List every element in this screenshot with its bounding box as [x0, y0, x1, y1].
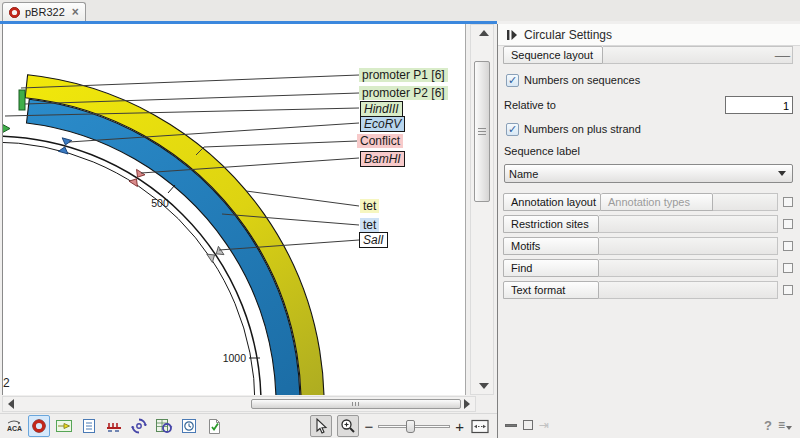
collapse-all-icon[interactable] [505, 424, 517, 427]
annotation-table-button[interactable] [53, 415, 75, 437]
section-text-format[interactable]: Text format [503, 281, 599, 299]
green-feature-bar [19, 90, 25, 110]
circular-view-icon [31, 418, 47, 434]
zoom-out-button[interactable]: − [364, 419, 373, 434]
element-info-button[interactable] [203, 415, 225, 437]
restriction-map-button[interactable] [103, 415, 125, 437]
history-button[interactable] [178, 415, 200, 437]
tick-500 [168, 185, 175, 193]
section-motifs[interactable]: Motifs [503, 237, 599, 255]
panel-menu-icon[interactable]: ≡ [778, 418, 792, 432]
side-panel: Circular Settings Sequence layout — Numb… [497, 24, 800, 438]
circular-view-button[interactable] [28, 415, 50, 437]
restriction-map-icon [105, 417, 123, 435]
zoom-slider-thumb[interactable] [406, 420, 415, 433]
expand-all-icon[interactable] [523, 420, 533, 430]
palette-icon[interactable] [783, 219, 793, 229]
text-view-icon [81, 418, 97, 434]
tick-500-label: 500 [151, 197, 169, 209]
tab-close-icon[interactable]: × [72, 5, 79, 19]
enzyme-label-ecorv[interactable]: EcoRV [360, 116, 405, 132]
cloning-view-button[interactable] [128, 415, 150, 437]
chevron-down-icon [778, 171, 786, 176]
scroll-right-icon[interactable] [464, 399, 470, 409]
selection-tool-button[interactable] [310, 415, 332, 437]
zoom-controls: − + [310, 415, 491, 437]
numbers-on-plus-strand-label: Numbers on plus strand [524, 123, 641, 135]
palette-icon[interactable] [783, 197, 793, 207]
table-circular-icon [155, 417, 173, 435]
relative-to-label: Relative to [504, 99, 556, 111]
text-view-button[interactable] [78, 415, 100, 437]
sequence-label-caption: Sequence label [498, 145, 800, 158]
relative-to-input[interactable] [725, 96, 793, 114]
plasmid-canvas[interactable]: 500 1000 promoter P1 [6] pro [2, 24, 466, 395]
sequence-label-value: Name [509, 168, 538, 180]
side-panel-title: Circular Settings [524, 28, 612, 42]
canvas-vertical-scrollbar[interactable] [470, 24, 494, 395]
numbers-on-sequences-label: Numbers on sequences [524, 74, 640, 86]
numbers-on-sequences-checkbox[interactable] [506, 74, 519, 87]
circular-sequence-icon [8, 6, 21, 19]
tab-bar: pBR322 × [0, 0, 800, 21]
horizontal-scroll-thumb[interactable] [251, 399, 461, 409]
zoom-in-button[interactable]: + [455, 419, 464, 434]
annotation-label-promoter-p1[interactable]: promoter P1 [6] [359, 68, 448, 82]
sequence-view-button[interactable]: ACA [3, 415, 25, 437]
palette-icon[interactable] [783, 285, 793, 295]
scroll-down-icon[interactable] [479, 383, 489, 389]
green-feature-arrow [3, 123, 10, 134]
tab-title: pBR322 [25, 6, 65, 18]
tab-annotation-types[interactable]: Annotation types [601, 193, 713, 211]
cursor-icon [314, 418, 328, 434]
side-panel-statusbar: ⇥ ? ≡ [498, 415, 800, 435]
enzyme-label-bamhi[interactable]: BamHI [360, 151, 405, 167]
vertical-scroll-thumb[interactable] [474, 61, 490, 202]
circular-arrows-icon [130, 417, 148, 435]
enzyme-label-hindiii[interactable]: HindIII [360, 101, 403, 117]
thumb-grip [478, 128, 486, 129]
collapse-panel-icon[interactable] [506, 29, 518, 41]
tick-1000-label: 1000 [223, 352, 247, 364]
scroll-left-icon[interactable] [8, 399, 14, 409]
scroll-up-icon[interactable] [479, 30, 489, 36]
magnifier-plus-icon [340, 418, 356, 434]
enzyme-label-sali[interactable]: SalI [359, 232, 388, 248]
thumb-grip [352, 402, 353, 406]
primer-table-button[interactable] [153, 415, 175, 437]
section-find[interactable]: Find [503, 259, 599, 277]
section-sequence-layout[interactable]: Sequence layout [503, 46, 603, 64]
tab-annotation-layout[interactable]: Annotation layout [503, 193, 601, 211]
svg-text:ACA: ACA [7, 425, 22, 432]
minimize-section-icon[interactable]: — [775, 50, 790, 61]
palette-icon[interactable] [783, 263, 793, 273]
annotation-label-tet-1[interactable]: tet [360, 199, 379, 213]
clipped-position-label: 2 [3, 376, 10, 390]
zoom-tool-button[interactable] [337, 415, 359, 437]
annotation-label-tet-2[interactable]: tet [360, 218, 379, 232]
history-icon [181, 418, 197, 434]
sequence-label-dropdown[interactable]: Name [504, 164, 793, 183]
canvas-horizontal-scrollbar[interactable] [2, 396, 476, 412]
document-check-icon [206, 418, 223, 435]
palette-icon[interactable] [783, 241, 793, 251]
help-icon[interactable]: ? [764, 418, 772, 433]
zoom-slider[interactable] [378, 418, 450, 434]
fit-width-button[interactable] [469, 415, 491, 437]
fit-width-icon [471, 419, 489, 434]
view-toolbar: ACA [0, 413, 497, 438]
sequence-view-icon: ACA [5, 417, 23, 435]
side-panel-header[interactable]: Circular Settings [498, 24, 800, 46]
numbers-on-plus-strand-checkbox[interactable] [506, 123, 519, 136]
annotation-table-icon [55, 417, 73, 435]
annotation-label-promoter-p2[interactable]: promoter P2 [6] [359, 86, 448, 100]
document-tab-pbr322[interactable]: pBR322 × [2, 2, 86, 21]
dock-panel-icon[interactable]: ⇥ [539, 419, 549, 431]
annotation-label-conflict[interactable]: Conflict [357, 134, 403, 148]
section-restriction-sites[interactable]: Restriction sites [503, 215, 599, 233]
